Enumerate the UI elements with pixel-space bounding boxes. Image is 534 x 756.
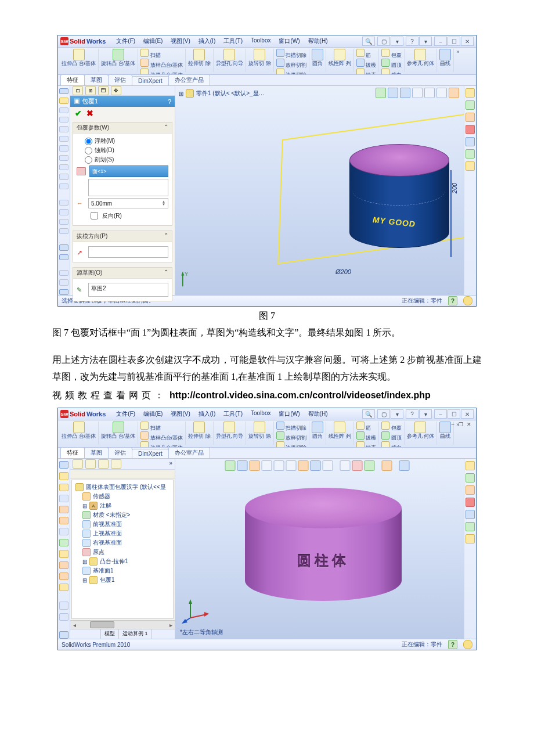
ribbon-cut-revolve[interactable]: 旋转切 除 — [246, 422, 274, 445]
tab-features[interactable]: 特征 — [60, 74, 85, 85]
left-tool-icon[interactable] — [59, 174, 68, 179]
vp-tool-icon[interactable] — [399, 460, 409, 471]
menu-insert[interactable]: 插入(I) — [195, 36, 219, 46]
vp-tool-icon[interactable] — [381, 460, 392, 471]
ribbon-revolve[interactable]: 旋转凸 台/基体 — [99, 422, 138, 445]
tree-wrap1[interactable]: ⊞包覆1 — [73, 575, 172, 585]
left-tool-icon[interactable] — [59, 539, 68, 546]
tree-sensors[interactable]: 传感器 — [73, 492, 172, 501]
tab-office[interactable]: 办公室产品 — [168, 447, 210, 458]
face-select-field[interactable]: 面<1> — [77, 165, 168, 177]
feature-tree[interactable]: 圆柱体表面包覆汉字 (默认<<显 传感器 ⊞A注解 材质 <未指定> 前视基准面… — [71, 480, 174, 619]
reverse-checkbox-input[interactable] — [91, 212, 98, 219]
dimension-diameter[interactable]: Ø200 — [335, 268, 351, 275]
graphics-viewport[interactable]: ⊞零件1 (默认< <默认>_显… MY GOOD 200 Ø200 — [175, 86, 464, 295]
ribbon-wrap[interactable]: 包覆 — [381, 49, 402, 59]
scrollbar-thumb[interactable] — [90, 621, 114, 628]
menu-window[interactable]: 窗口(W) — [275, 36, 303, 46]
radio-deboss-input[interactable] — [85, 147, 92, 154]
minimize-button[interactable]: – — [434, 37, 447, 46]
ribbon-extrude[interactable]: 拉伸凸 台/基体 — [59, 49, 99, 72]
maximize-button[interactable]: ☐ — [448, 37, 460, 46]
left-tool-icon[interactable] — [59, 136, 68, 142]
flyout-root-label[interactable]: 零件1 (默认< <默认>_显… — [196, 89, 265, 98]
face-list-box[interactable] — [88, 179, 168, 196]
pm-help-icon[interactable]: ? — [168, 98, 171, 105]
vp-tool-icon[interactable] — [424, 88, 435, 98]
ribbon-cut-extrude[interactable]: 拉伸切 除 — [186, 422, 214, 445]
pm-tab-config-icon[interactable]: 🗎 — [85, 86, 96, 95]
ribbon-cut-boundary[interactable]: 边界切除 — [276, 441, 307, 448]
ribbon-cut-loft[interactable]: 放样切割 — [276, 59, 307, 69]
left-tool-icon[interactable] — [59, 183, 68, 189]
ribbon-rib[interactable]: 筋 — [356, 422, 377, 431]
right-tool-icon[interactable] — [466, 149, 475, 159]
left-tool-icon[interactable] — [59, 117, 68, 123]
vp-tool-icon[interactable] — [400, 88, 410, 98]
tab-dimxpert[interactable]: DimXpert — [132, 449, 169, 458]
menu-help[interactable]: 帮助(H) — [305, 409, 331, 419]
right-tool-icon[interactable] — [466, 113, 475, 122]
right-tool-icon[interactable] — [466, 461, 475, 470]
status-help-icon[interactable]: ? — [448, 640, 457, 649]
ribbon-mirror[interactable]: 镜向 — [381, 69, 402, 75]
tab-sketch[interactable]: 草图 — [84, 447, 109, 458]
radio-scribe[interactable]: 刻划(S) — [85, 156, 168, 164]
vp-tool-icon[interactable] — [273, 460, 284, 471]
flyout-tree[interactable]: ⊞零件1 (默认< <默认>_显… — [179, 89, 265, 98]
vp-tool-icon[interactable] — [376, 88, 386, 98]
left-tool-expand-icon[interactable] — [59, 289, 68, 295]
ribbon-rib[interactable]: 筋 — [356, 49, 377, 59]
left-tool-icon[interactable] — [59, 550, 68, 557]
dimension-height[interactable]: 200 — [451, 183, 458, 193]
tab-features[interactable]: 特征 — [60, 447, 85, 458]
menu-edit[interactable]: 编辑(E) — [140, 409, 166, 419]
left-tool-icon[interactable] — [59, 461, 68, 469]
left-tool-icon[interactable] — [59, 145, 68, 151]
pm-section-params-header[interactable]: 包覆参数(W) ⌃ — [73, 123, 172, 134]
ribbon-mirror[interactable]: 镜向 — [381, 441, 402, 448]
radio-deboss[interactable]: 蚀雕(D) — [85, 146, 168, 154]
right-tool-icon[interactable] — [466, 534, 475, 543]
vp-tool-icon[interactable] — [298, 460, 308, 471]
menu-toolbox[interactable]: Toolbox — [247, 409, 274, 419]
pm-ok-button[interactable]: ✔ — [75, 109, 82, 118]
vp-tool-icon[interactable] — [261, 460, 272, 471]
ribbon-fillet[interactable]: 圆角 — [309, 422, 326, 445]
tab-sketch[interactable]: 草图 — [84, 74, 109, 85]
ribbon-cut-revolve[interactable]: 旋转切 除 — [246, 49, 274, 72]
right-tool-icon[interactable] — [466, 473, 475, 483]
tab-evaluate[interactable]: 评估 — [108, 74, 132, 85]
doc-minimize-icon[interactable]: – — [449, 421, 456, 428]
right-tool-icon[interactable] — [466, 100, 475, 110]
vp-tool-icon[interactable] — [412, 88, 423, 98]
left-tool-expand-icon[interactable] — [59, 631, 68, 639]
help-icon[interactable]: ?▾ — [406, 37, 432, 46]
left-tool-icon[interactable] — [59, 107, 68, 113]
left-tool-icon[interactable] — [59, 200, 68, 206]
tab-office[interactable]: 办公室产品 — [168, 74, 210, 85]
left-tool-icon[interactable] — [59, 561, 68, 569]
maximize-button[interactable]: ☐ — [448, 409, 460, 419]
status-rebuild-icon[interactable] — [463, 640, 472, 649]
ribbon-cut-boundary[interactable]: 边界切除 — [276, 69, 307, 75]
left-tool-icon[interactable] — [59, 209, 68, 215]
tree-front-plane[interactable]: 前视基准面 — [73, 520, 172, 529]
ft-tab-feature-icon[interactable] — [73, 459, 83, 469]
tutorial-link[interactable]: http://control.video.sina.com.cn/control… — [169, 390, 431, 400]
left-tool-icon[interactable] — [59, 506, 68, 513]
right-tool-icon[interactable] — [466, 125, 475, 134]
direction-input[interactable] — [88, 246, 168, 258]
vp-tool-icon[interactable] — [352, 460, 362, 471]
tab-motion[interactable]: 运动算例 1 — [119, 629, 152, 639]
left-tool-icon[interactable] — [59, 528, 68, 535]
vp-tool-icon[interactable] — [388, 88, 398, 98]
graphics-viewport[interactable]: 圆柱体 *左右二等角轴测 — [175, 459, 464, 639]
ribbon-draft[interactable]: 拔模 — [356, 431, 377, 441]
tree-top-plane[interactable]: 上视基准面 — [73, 529, 172, 538]
ribbon-pattern[interactable]: 线性阵 列 — [326, 422, 354, 445]
vp-tool-icon[interactable] — [286, 460, 296, 471]
left-tool-icon[interactable] — [59, 613, 68, 621]
ft-tab-more[interactable]: » — [124, 460, 172, 468]
ribbon-refgeom[interactable]: 参考几 何体 — [405, 49, 438, 72]
